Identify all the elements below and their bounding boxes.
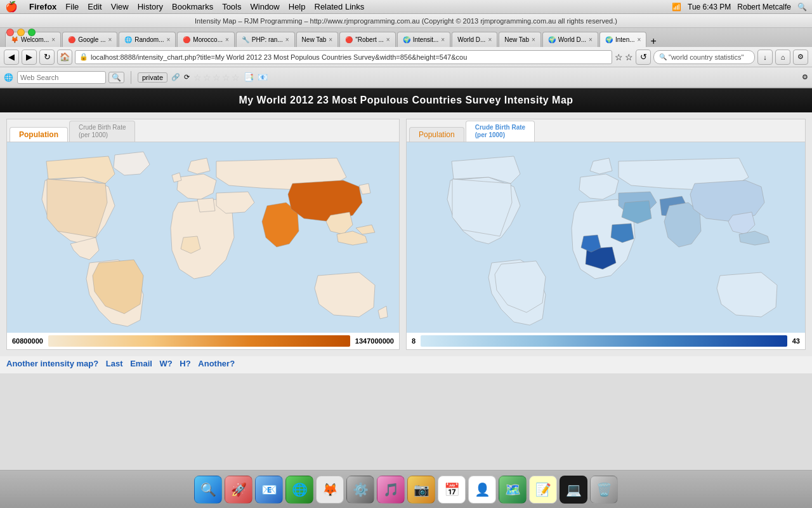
close-button[interactable] [6, 29, 14, 36]
link-email[interactable]: Email [130, 359, 152, 368]
dock-itunes[interactable]: 🎵 [377, 476, 405, 504]
tab-newtab1[interactable]: New Tab × [296, 32, 339, 47]
toolbar2: 🌐 🔍 private 🔗 ⟳ ☆☆☆☆☆ 📑 📧 ⚙ [0, 67, 812, 88]
menu-bookmarks[interactable]: Bookmarks [172, 2, 213, 11]
link-last[interactable]: Last [106, 359, 123, 368]
back-button[interactable]: ◀ [4, 50, 19, 65]
dock-terminal[interactable]: 💻 [560, 476, 587, 504]
home2-button[interactable]: ⌂ [775, 50, 790, 65]
window-title: Intensity Map – RJM Programming – http:/… [195, 17, 617, 25]
tab-worldd2[interactable]: 🌍 World D... × [542, 32, 598, 47]
link-another-intensity[interactable]: Another intensity map? [6, 359, 98, 368]
dock-photos[interactable]: 📷 [407, 476, 435, 504]
tab-close-icon[interactable]: × [638, 36, 641, 43]
link-another[interactable]: Another? [198, 359, 235, 368]
history-icon[interactable]: ⟳ [184, 73, 190, 81]
bookmark-icon[interactable]: 📑 [244, 72, 254, 82]
chain-icon[interactable]: 🔗 [171, 73, 180, 81]
menu-firefox[interactable]: Firefox [29, 2, 56, 11]
dock-safari[interactable]: 🌐 [285, 476, 313, 504]
color-bar-left [48, 335, 350, 347]
clock: Tue 6:43 PM [688, 3, 731, 11]
web-search-area: 🔍 [17, 71, 124, 84]
max-value-right: 43 [792, 337, 800, 345]
dock-trash[interactable]: 🗑️ [590, 476, 618, 504]
tab-inten-active[interactable]: 🌍 Inten... × [599, 32, 646, 47]
tab-crude-birth-left[interactable]: Crude Birth Rate(per 1000) [69, 121, 135, 142]
tab-close-icon[interactable]: × [589, 36, 593, 43]
link-w[interactable]: W? [159, 359, 172, 368]
tab-robert[interactable]: 🔴 "Robert ... × [339, 32, 396, 47]
dock-mail[interactable]: 📧 [255, 476, 283, 504]
dock-system-prefs[interactable]: ⚙️ [346, 476, 374, 504]
bookmark-star-icon[interactable]: ☆ [615, 52, 623, 62]
settings-button[interactable]: ⚙ [793, 50, 808, 65]
menu-edit[interactable]: Edit [88, 2, 102, 11]
tab-intensity[interactable]: 🌍 Intensit... × [397, 32, 450, 47]
menu-tools[interactable]: Tools [222, 2, 241, 11]
dock-calendar[interactable]: 📅 [438, 476, 466, 504]
tab-crude-birth-right[interactable]: Crude Birth Rate(per 1000) [466, 121, 535, 142]
map-tabs-left: Population Crude Birth Rate(per 1000) [7, 119, 399, 142]
refresh-btn[interactable]: ↺ [636, 50, 651, 65]
email-icon[interactable]: 📧 [258, 72, 268, 82]
menu-help[interactable]: Help [289, 2, 306, 11]
url-bar[interactable]: 🔒 localhost:8888/intensity_chart.php?tit… [75, 50, 612, 64]
tab-close-icon[interactable]: × [225, 36, 229, 43]
private-badge[interactable]: private [138, 72, 167, 83]
forward-button[interactable]: ▶ [22, 50, 37, 65]
reload-button[interactable]: ↻ [39, 50, 55, 65]
map-tabs-right: Population Crude Birth Rate(per 1000) [407, 119, 805, 142]
home-button[interactable]: 🏠 [57, 50, 72, 65]
tab-worldd1[interactable]: World D... × [452, 32, 497, 47]
link-h[interactable]: H? [180, 359, 190, 368]
maximize-button[interactable] [28, 29, 36, 36]
menu-file[interactable]: File [65, 2, 79, 11]
tab-close-icon[interactable]: × [51, 36, 55, 43]
min-value-right: 8 [412, 337, 416, 345]
dock: 🔍 🚀 📧 🌐 🦊 ⚙️ 🎵 📷 📅 👤 🗺️ 📝 💻 🗑️ [0, 470, 812, 508]
tab-close-icon[interactable]: × [329, 36, 332, 43]
gear-icon[interactable]: ⚙ [802, 73, 808, 81]
dock-firefox[interactable]: 🦊 [316, 476, 344, 504]
menu-view[interactable]: View [111, 2, 129, 11]
color-bar-right [421, 335, 787, 347]
bookmark-star2-icon[interactable]: ☆ [625, 52, 633, 62]
wifi-icon: 📶 [672, 3, 681, 11]
tab-close-icon[interactable]: × [441, 36, 445, 43]
tab-php[interactable]: 🔧 PHP: ran... × [236, 32, 295, 47]
search-text: "world country statistics" [669, 53, 743, 61]
dock-finder[interactable]: 🔍 [194, 476, 222, 504]
tab-morocco[interactable]: 🔴 Morocco... × [177, 32, 235, 47]
tab-random[interactable]: 🌐 Random... × [119, 32, 176, 47]
tab-newtab2[interactable]: New Tab × [499, 32, 541, 47]
new-tab-button[interactable]: + [650, 36, 656, 47]
download-button[interactable]: ↓ [757, 50, 773, 65]
tab-google[interactable]: 🔴 Google ... × [62, 32, 117, 47]
tab-population-right[interactable]: Population [409, 127, 464, 142]
tab-population-left[interactable]: Population [10, 127, 68, 142]
dock-notes[interactable]: 📝 [529, 476, 557, 504]
web-search-input[interactable] [17, 71, 106, 84]
map-panel-left: Population Crude Birth Rate(per 1000) [6, 119, 400, 350]
min-value-left: 60800000 [12, 337, 43, 345]
dock-launchpad[interactable]: 🚀 [225, 476, 252, 504]
maps-container: Population Crude Birth Rate(per 1000) [0, 112, 812, 356]
color-bar-row-left: 60800000 1347000000 [7, 333, 399, 349]
dock-contacts[interactable]: 👤 [468, 476, 496, 504]
tab-close-icon[interactable]: × [532, 36, 535, 43]
dock-maps[interactable]: 🗺️ [499, 476, 527, 504]
menu-history[interactable]: History [138, 2, 163, 11]
tab-close-icon[interactable]: × [166, 36, 170, 43]
search-icon[interactable]: 🔍 [797, 3, 807, 11]
menu-window[interactable]: Window [251, 2, 280, 11]
tab-close-icon[interactable]: × [108, 36, 112, 43]
search-btn[interactable]: 🔍 [108, 72, 124, 83]
tab-close-icon[interactable]: × [488, 36, 492, 43]
apple-menu[interactable]: 🍎 [5, 1, 18, 13]
tab-close-icon[interactable]: × [285, 36, 289, 43]
minimize-button[interactable] [17, 29, 25, 36]
menu-related-links[interactable]: Related Links [315, 2, 365, 11]
search-box[interactable]: 🔍 "world country statistics" [653, 50, 755, 64]
tab-close-icon[interactable]: × [386, 36, 390, 43]
